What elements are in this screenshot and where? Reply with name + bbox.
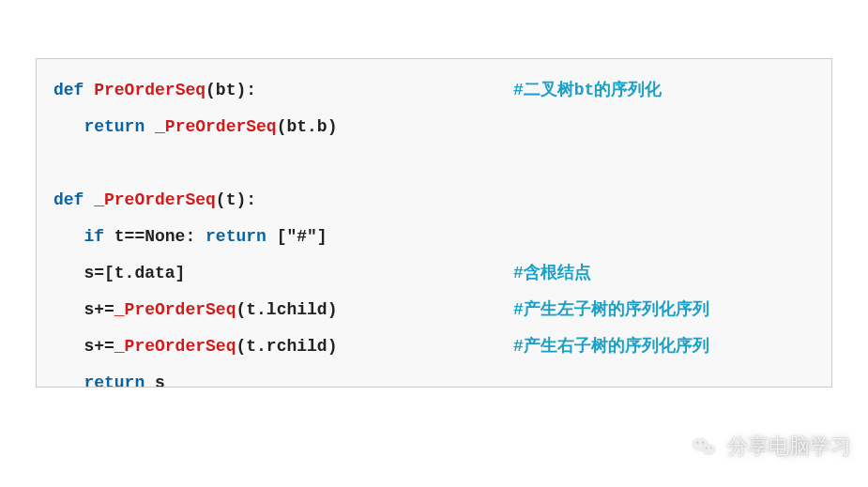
code-comment: #含根结点: [513, 255, 591, 292]
wechat-icon: [690, 433, 718, 461]
code-text: s+=_PreOrderSeq(t.lchild): [53, 292, 513, 328]
watermark-text: 分享电脑学习: [727, 433, 851, 461]
code-line: s=[t.data]#含根结点: [53, 255, 815, 292]
svg-point-5: [710, 448, 712, 449]
code-comment: #二叉树bt的序列化: [513, 72, 662, 109]
svg-point-2: [696, 441, 698, 443]
watermark: 分享电脑学习: [690, 433, 851, 461]
code-text: def _PreOrderSeq(t):: [53, 182, 513, 219]
code-text: s+=_PreOrderSeq(t.rchild): [53, 328, 513, 365]
code-text: def PreOrderSeq(bt):: [53, 72, 513, 109]
code-line: return _PreOrderSeq(bt.b): [53, 109, 815, 145]
code-text: return s: [53, 365, 513, 388]
code-text: [53, 145, 513, 182]
code-line: def _PreOrderSeq(t):: [53, 182, 815, 219]
svg-point-3: [702, 441, 704, 443]
code-line: return s: [53, 365, 815, 388]
code-text: if t==None: return ["#"]: [53, 219, 513, 255]
code-line: [53, 145, 815, 182]
code-line: if t==None: return ["#"]: [53, 219, 815, 255]
svg-point-1: [702, 444, 716, 456]
svg-point-4: [706, 448, 708, 449]
code-line: s+=_PreOrderSeq(t.rchild)#产生右子树的序列化序列: [53, 328, 815, 365]
code-comment: #产生右子树的序列化序列: [513, 328, 709, 365]
code-comment: #产生左子树的序列化序列: [513, 292, 709, 328]
code-block: def PreOrderSeq(bt):#二叉树bt的序列化 return _P…: [36, 58, 832, 388]
code-text: return _PreOrderSeq(bt.b): [53, 109, 513, 145]
code-text: s=[t.data]: [53, 255, 513, 292]
code-line: def PreOrderSeq(bt):#二叉树bt的序列化: [53, 72, 815, 109]
code-line: s+=_PreOrderSeq(t.lchild)#产生左子树的序列化序列: [53, 292, 815, 328]
